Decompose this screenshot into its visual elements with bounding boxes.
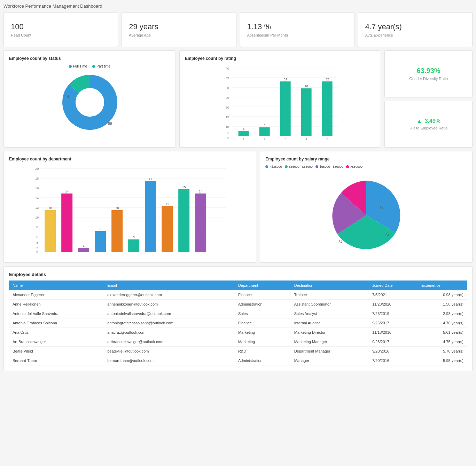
- cell-5-2: Marketing: [235, 337, 291, 347]
- svg-text:18: 18: [35, 177, 39, 180]
- cell-2-4: 7/26/2019: [369, 309, 418, 318]
- kpi-value-1: 29 years: [129, 22, 229, 31]
- legend-parttime: Part time: [92, 64, 110, 68]
- cell-0-3: Trainee: [291, 290, 369, 300]
- employee-table-body: Alexander Eggereralexandereggerer@outloo…: [9, 290, 467, 365]
- right-metrics-col: 63.93% Gender Diversity Ratio ▲ 3.49% HR…: [384, 50, 473, 148]
- page-title: Workforce Performance Management Dashboa…: [3, 3, 473, 9]
- svg-text:0: 0: [227, 136, 229, 140]
- parttime-dot: [92, 65, 95, 68]
- legend-55-80k: $55000 - $80000: [315, 165, 343, 168]
- cell-0-2: Finance: [235, 290, 291, 300]
- cell-1-0: Anne Heikkonen: [9, 300, 104, 309]
- table-row: Aria Cruzariacruz@outlook.comMarketingMa…: [9, 328, 467, 337]
- status-chart-title: Employee count by status: [9, 56, 170, 61]
- rating-chart-card: Employee count by rating 40 35 30 25 20 …: [179, 50, 381, 148]
- cell-4-4: 11/18/2016: [369, 328, 418, 337]
- employee-table-section: Employee details Name Email Department D…: [3, 266, 473, 371]
- cell-1-5: 1.58 year(s): [418, 300, 467, 309]
- table-row: Anne Heikkonenanneheikkonen@outlook.comA…: [9, 300, 467, 309]
- status-chart-card: Employee count by status Full Time Part …: [3, 50, 176, 148]
- gender-diversity-value: 63.93%: [417, 67, 440, 75]
- svg-text:5: 5: [264, 124, 265, 127]
- svg-text:3: 3: [284, 137, 286, 141]
- table-title: Employee details: [9, 272, 467, 277]
- svg-text:5: 5: [326, 137, 328, 141]
- cell-2-1: antoniodelvallsaavedra@outlook.com: [104, 309, 235, 318]
- svg-text:32: 32: [326, 78, 329, 81]
- legend-fulltime: Full Time: [69, 64, 87, 68]
- svg-text:16: 16: [35, 187, 39, 190]
- cell-3-5: 4.76 year(s): [418, 318, 467, 328]
- cell-6-5: 5.78 year(s): [418, 347, 467, 356]
- svg-text:20: 20: [345, 193, 350, 197]
- cell-2-5: 2.93 year(s): [418, 309, 467, 318]
- charts-row2: Employee count by department 20 18 16 14…: [3, 151, 473, 263]
- svg-text:30: 30: [226, 86, 229, 90]
- table-header-row: Name Email Department Destination Joined…: [9, 281, 467, 290]
- salary-legend: <$35000 $35000 - $55000 $55000 - $80000 …: [265, 165, 467, 168]
- svg-text:15: 15: [182, 185, 186, 189]
- cell-0-0: Alexander Eggerer: [9, 290, 104, 300]
- legend-lt35k: <$35000: [265, 165, 282, 168]
- cell-2-2: Sales: [235, 309, 291, 318]
- dept-bar-1: [45, 210, 56, 252]
- cell-7-3: Manager: [291, 356, 369, 365]
- svg-text:5: 5: [100, 227, 101, 231]
- gender-diversity-card: 63.93% Gender Diversity Ratio: [384, 50, 473, 97]
- col-exp: Experience: [418, 281, 467, 290]
- cell-5-0: Art Braunschweiger: [9, 337, 104, 347]
- cell-6-1: beatevileij@outlook.com: [104, 347, 235, 356]
- parttime-label: Part time: [96, 64, 110, 68]
- table-row: Antonio Gratacos Solsonaantoniogratatcos…: [9, 318, 467, 328]
- gender-diversity-label: Gender Diversity Ratio: [409, 77, 448, 81]
- cell-4-3: Marketing Director: [291, 328, 369, 337]
- cell-1-3: Assistant Coordinator: [291, 300, 369, 309]
- svg-text:10: 10: [115, 206, 119, 210]
- hr-ratio-card: ▲ 3.49% HR to Employee Ratio: [384, 101, 473, 148]
- svg-text:3: 3: [243, 127, 244, 131]
- dashboard: Workforce Performance Management Dashboa…: [0, 0, 476, 374]
- hr-ratio-value: ▲ 3.49%: [416, 118, 440, 124]
- svg-text:10: 10: [226, 125, 229, 129]
- col-dest: Destination: [291, 281, 369, 290]
- cell-4-2: Marketing: [235, 328, 291, 337]
- cell-3-2: Finance: [235, 318, 291, 328]
- donut-chart: 14 86: [9, 71, 170, 134]
- col-name: Name: [9, 281, 104, 290]
- dept-bar-9: [178, 189, 189, 252]
- dept-chart-title: Employee count by department: [9, 157, 251, 161]
- cell-4-0: Aria Cruz: [9, 328, 104, 337]
- table-row: Alexander Eggereralexandereggerer@outloo…: [9, 290, 467, 300]
- cell-3-0: Antonio Gratacos Solsona: [9, 318, 104, 328]
- svg-text:34: 34: [385, 233, 390, 237]
- status-legend: Full Time Part time: [9, 64, 170, 68]
- cell-6-2: R&D: [235, 347, 291, 356]
- col-joined: Joined Date: [369, 281, 418, 290]
- cell-6-4: 9/20/2016: [369, 347, 418, 356]
- svg-text:12: 12: [35, 206, 39, 210]
- charts-row1: Employee count by status Full Time Part …: [3, 50, 473, 148]
- svg-text:1: 1: [243, 137, 244, 141]
- donut-svg: 14 86: [55, 71, 125, 134]
- cell-7-0: Bernard Tham: [9, 356, 104, 365]
- svg-text:25: 25: [226, 96, 229, 100]
- cell-5-3: Marketing Manager: [291, 337, 369, 347]
- parttime-count-label: 86: [108, 121, 112, 126]
- svg-text:14: 14: [35, 196, 39, 200]
- kpi-value-3: 4.7 year(s): [365, 22, 465, 31]
- kpi-card-0: 100 Head Count: [3, 12, 118, 47]
- kpi-label-2: Absenteeism Per Month: [247, 33, 347, 37]
- rating-bar-3: [280, 81, 291, 136]
- cell-7-5: 5.95 year(s): [418, 356, 467, 365]
- fulltime-label: Full Time: [73, 64, 87, 68]
- fulltime-count-label: 14: [65, 95, 69, 99]
- cell-7-4: 7/20/2016: [369, 356, 418, 365]
- rating-bar-2: [259, 127, 270, 136]
- svg-text:10: 10: [48, 206, 52, 210]
- dept-bar-7: [145, 181, 156, 252]
- salary-pie-svg: 12 34 34 20: [318, 170, 415, 257]
- dept-bar-4: [95, 231, 106, 252]
- cell-7-2: Administration: [235, 356, 291, 365]
- table-row: Antonio del Valle Saavedraantoniodelvall…: [9, 309, 467, 318]
